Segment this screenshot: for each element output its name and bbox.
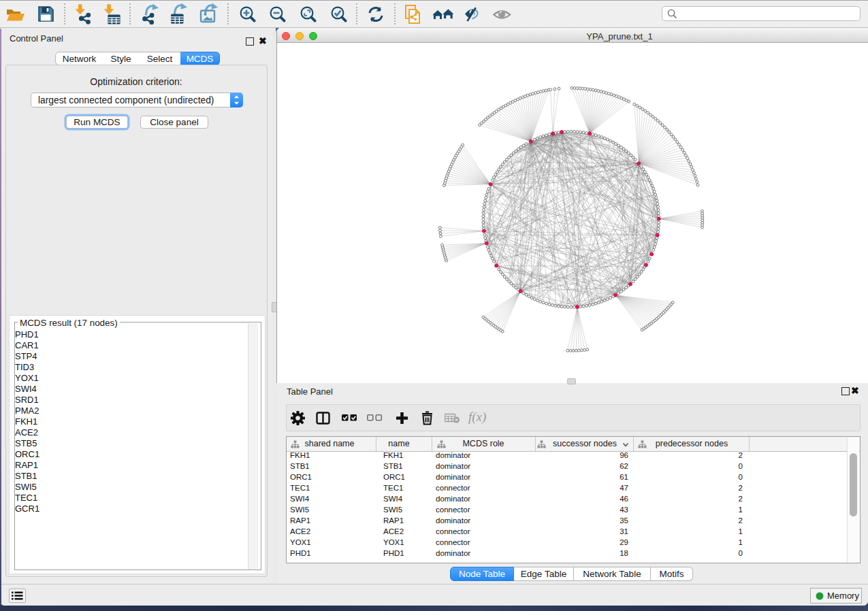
svg-text:Memory: Memory xyxy=(827,591,859,601)
